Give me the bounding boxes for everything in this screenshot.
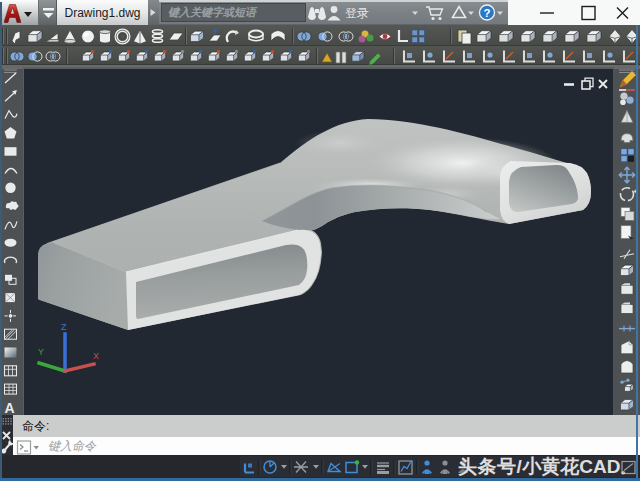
svg-text:Y: Y (38, 347, 44, 357)
svg-text:Z: Z (61, 322, 67, 332)
svg-text:A: A (5, 400, 15, 415)
svg-text:登录: 登录 (345, 6, 369, 20)
svg-text:?: ? (484, 7, 491, 19)
svg-text:X: X (93, 351, 99, 361)
